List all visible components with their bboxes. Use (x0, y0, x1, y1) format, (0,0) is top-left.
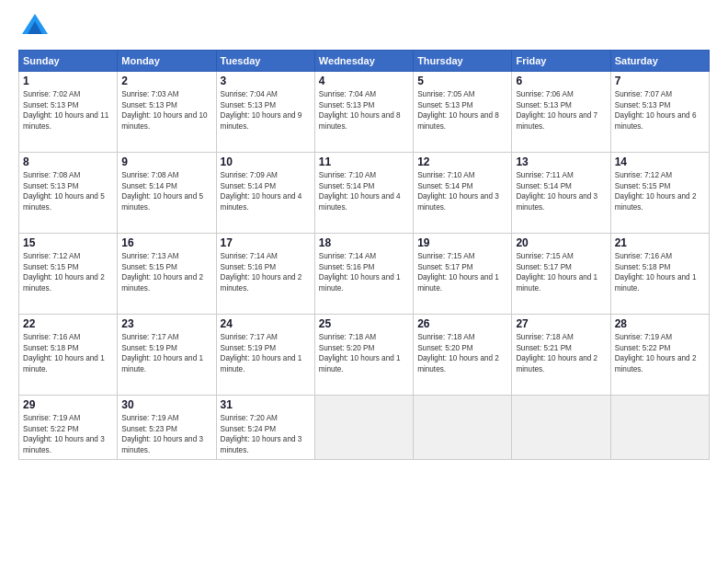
day-number: 1 (23, 75, 113, 87)
calendar-day-cell: 1Sunrise: 7:02 AMSunset: 5:13 PMDaylight… (19, 72, 118, 153)
day-number: 3 (221, 75, 311, 87)
day-number: 15 (23, 236, 113, 249)
calendar-day-cell: 24Sunrise: 7:17 AMSunset: 5:19 PMDayligh… (216, 315, 314, 396)
calendar-day-cell: 14Sunrise: 7:12 AMSunset: 5:15 PMDayligh… (610, 153, 709, 234)
day-info: Sunrise: 7:16 AMSunset: 5:18 PMDaylight:… (23, 332, 113, 374)
day-info: Sunrise: 7:11 AMSunset: 5:14 PMDaylight:… (516, 170, 606, 213)
calendar-day-cell: 11Sunrise: 7:10 AMSunset: 5:14 PMDayligh… (314, 153, 413, 234)
calendar-day-cell: 13Sunrise: 7:11 AMSunset: 5:14 PMDayligh… (512, 153, 610, 234)
day-number: 26 (417, 317, 507, 330)
day-info: Sunrise: 7:06 AMSunset: 5:13 PMDaylight:… (516, 89, 606, 132)
calendar-week-5: 29Sunrise: 7:19 AMSunset: 5:22 PMDayligh… (19, 396, 710, 460)
day-info: Sunrise: 7:17 AMSunset: 5:19 PMDaylight:… (121, 332, 211, 374)
day-number: 22 (23, 317, 113, 330)
day-info: Sunrise: 7:08 AMSunset: 5:13 PMDaylight:… (23, 170, 113, 213)
calendar-day-cell: 22Sunrise: 7:16 AMSunset: 5:18 PMDayligh… (19, 315, 118, 396)
day-number: 28 (615, 317, 705, 330)
calendar-week-3: 15Sunrise: 7:12 AMSunset: 5:15 PMDayligh… (19, 234, 710, 315)
weekday-header-row: SundayMondayTuesdayWednesdayThursdayFrid… (19, 51, 710, 72)
calendar-day-cell: 10Sunrise: 7:09 AMSunset: 5:14 PMDayligh… (216, 153, 314, 234)
calendar-day-cell: 26Sunrise: 7:18 AMSunset: 5:20 PMDayligh… (414, 315, 512, 396)
logo-icon (22, 14, 48, 38)
day-number: 12 (417, 155, 507, 168)
calendar-day-cell: 15Sunrise: 7:12 AMSunset: 5:15 PMDayligh… (19, 234, 118, 315)
day-number: 6 (516, 75, 606, 87)
day-info: Sunrise: 7:05 AMSunset: 5:13 PMDaylight:… (417, 89, 507, 132)
day-number: 10 (221, 155, 311, 168)
calendar-day-cell (414, 396, 512, 460)
day-info: Sunrise: 7:04 AMSunset: 5:13 PMDaylight:… (319, 89, 409, 132)
calendar-day-cell: 23Sunrise: 7:17 AMSunset: 5:19 PMDayligh… (118, 315, 216, 396)
weekday-header-saturday: Saturday (610, 51, 709, 72)
day-info: Sunrise: 7:08 AMSunset: 5:14 PMDaylight:… (121, 170, 211, 213)
calendar-week-4: 22Sunrise: 7:16 AMSunset: 5:18 PMDayligh… (19, 315, 710, 396)
day-number: 17 (221, 236, 311, 249)
calendar-day-cell (610, 396, 709, 460)
day-info: Sunrise: 7:07 AMSunset: 5:13 PMDaylight:… (615, 89, 705, 132)
day-number: 13 (516, 155, 606, 168)
calendar-day-cell: 30Sunrise: 7:19 AMSunset: 5:23 PMDayligh… (118, 396, 216, 460)
day-info: Sunrise: 7:18 AMSunset: 5:20 PMDaylight:… (319, 332, 409, 374)
day-info: Sunrise: 7:14 AMSunset: 5:16 PMDaylight:… (319, 251, 409, 293)
day-number: 19 (417, 236, 507, 249)
calendar-day-cell: 18Sunrise: 7:14 AMSunset: 5:16 PMDayligh… (314, 234, 413, 315)
calendar-day-cell: 28Sunrise: 7:19 AMSunset: 5:22 PMDayligh… (610, 315, 709, 396)
calendar-day-cell: 19Sunrise: 7:15 AMSunset: 5:17 PMDayligh… (414, 234, 512, 315)
calendar-day-cell: 31Sunrise: 7:20 AMSunset: 5:24 PMDayligh… (216, 396, 314, 460)
day-info: Sunrise: 7:10 AMSunset: 5:14 PMDaylight:… (417, 170, 507, 213)
calendar-day-cell: 20Sunrise: 7:15 AMSunset: 5:17 PMDayligh… (512, 234, 610, 315)
day-number: 25 (319, 317, 409, 330)
day-number: 11 (319, 155, 409, 168)
weekday-header-wednesday: Wednesday (314, 51, 413, 72)
weekday-header-sunday: Sunday (19, 51, 118, 72)
day-number: 20 (516, 236, 606, 249)
day-info: Sunrise: 7:12 AMSunset: 5:15 PMDaylight:… (23, 251, 113, 293)
day-number: 31 (221, 398, 311, 411)
day-info: Sunrise: 7:16 AMSunset: 5:18 PMDaylight:… (615, 251, 705, 293)
day-info: Sunrise: 7:19 AMSunset: 5:23 PMDaylight:… (121, 413, 211, 455)
day-number: 23 (121, 317, 211, 330)
calendar-day-cell: 27Sunrise: 7:18 AMSunset: 5:21 PMDayligh… (512, 315, 610, 396)
day-number: 29 (23, 398, 113, 411)
day-info: Sunrise: 7:19 AMSunset: 5:22 PMDaylight:… (615, 332, 705, 374)
calendar-day-cell: 4Sunrise: 7:04 AMSunset: 5:13 PMDaylight… (314, 72, 413, 153)
day-number: 5 (417, 75, 507, 87)
day-info: Sunrise: 7:12 AMSunset: 5:15 PMDaylight:… (615, 170, 705, 213)
calendar-day-cell: 7Sunrise: 7:07 AMSunset: 5:13 PMDaylight… (610, 72, 709, 153)
day-info: Sunrise: 7:17 AMSunset: 5:19 PMDaylight:… (221, 332, 311, 374)
calendar-day-cell: 6Sunrise: 7:06 AMSunset: 5:13 PMDaylight… (512, 72, 610, 153)
day-info: Sunrise: 7:18 AMSunset: 5:21 PMDaylight:… (516, 332, 606, 374)
calendar-day-cell (314, 396, 413, 460)
calendar-week-1: 1Sunrise: 7:02 AMSunset: 5:13 PMDaylight… (19, 72, 710, 153)
day-number: 4 (319, 75, 409, 87)
calendar-day-cell: 2Sunrise: 7:03 AMSunset: 5:13 PMDaylight… (118, 72, 216, 153)
weekday-header-tuesday: Tuesday (216, 51, 314, 72)
day-number: 9 (121, 155, 211, 168)
day-number: 21 (615, 236, 705, 249)
calendar-day-cell: 8Sunrise: 7:08 AMSunset: 5:13 PMDaylight… (19, 153, 118, 234)
calendar-day-cell: 16Sunrise: 7:13 AMSunset: 5:15 PMDayligh… (118, 234, 216, 315)
calendar-day-cell: 17Sunrise: 7:14 AMSunset: 5:16 PMDayligh… (216, 234, 314, 315)
weekday-header-thursday: Thursday (414, 51, 512, 72)
calendar-day-cell: 12Sunrise: 7:10 AMSunset: 5:14 PMDayligh… (414, 153, 512, 234)
calendar-day-cell: 29Sunrise: 7:19 AMSunset: 5:22 PMDayligh… (19, 396, 118, 460)
day-number: 2 (121, 75, 211, 87)
day-info: Sunrise: 7:15 AMSunset: 5:17 PMDaylight:… (516, 251, 606, 293)
calendar-day-cell: 21Sunrise: 7:16 AMSunset: 5:18 PMDayligh… (610, 234, 709, 315)
day-number: 7 (615, 75, 705, 87)
calendar: SundayMondayTuesdayWednesdayThursdayFrid… (18, 50, 710, 460)
weekday-header-monday: Monday (118, 51, 216, 72)
day-number: 8 (23, 155, 113, 168)
day-info: Sunrise: 7:04 AMSunset: 5:13 PMDaylight:… (221, 89, 311, 132)
day-info: Sunrise: 7:14 AMSunset: 5:16 PMDaylight:… (221, 251, 311, 293)
calendar-day-cell: 25Sunrise: 7:18 AMSunset: 5:20 PMDayligh… (314, 315, 413, 396)
day-info: Sunrise: 7:13 AMSunset: 5:15 PMDaylight:… (121, 251, 211, 293)
day-info: Sunrise: 7:18 AMSunset: 5:20 PMDaylight:… (417, 332, 507, 374)
day-info: Sunrise: 7:03 AMSunset: 5:13 PMDaylight:… (121, 89, 211, 132)
weekday-header-friday: Friday (512, 51, 610, 72)
day-number: 14 (615, 155, 705, 168)
calendar-day-cell (512, 396, 610, 460)
day-number: 24 (221, 317, 311, 330)
day-info: Sunrise: 7:09 AMSunset: 5:14 PMDaylight:… (221, 170, 311, 213)
day-info: Sunrise: 7:20 AMSunset: 5:24 PMDaylight:… (221, 413, 311, 455)
